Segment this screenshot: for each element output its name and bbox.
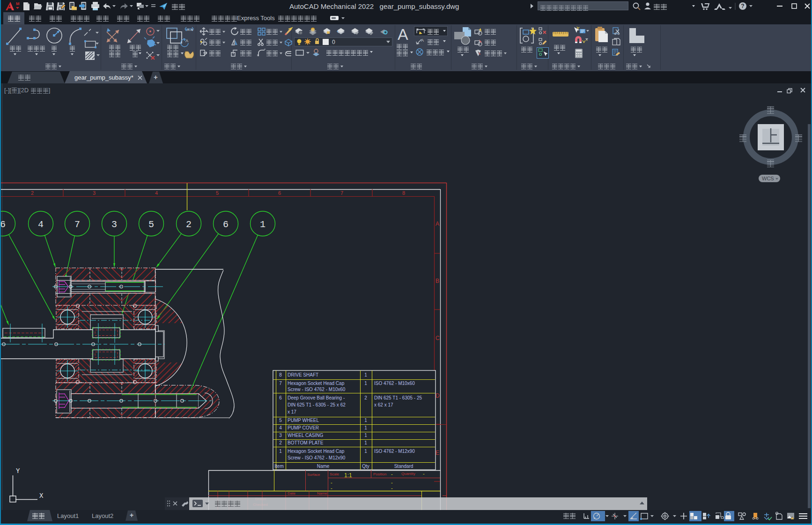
svg-text:7: 7 — [279, 381, 282, 386]
svg-text:Qty: Qty — [362, 464, 369, 469]
svg-text:2: 2 — [31, 190, 34, 196]
svg-text:5: 5 — [216, 190, 219, 196]
svg-text:Deep Groove Ball Bearing -: Deep Groove Ball Bearing - — [288, 395, 345, 400]
svg-text:3: 3 — [111, 219, 117, 230]
svg-text:Name: Name — [317, 464, 330, 469]
svg-text:Item: Item — [274, 464, 283, 469]
svg-text:E: E — [436, 450, 439, 456]
svg-text:4: 4 — [155, 190, 158, 196]
svg-text:Hexagon Socket Head Cap: Hexagon Socket Head Cap — [288, 381, 345, 386]
svg-text:-: - — [391, 480, 393, 485]
svg-text:Date: Date — [288, 491, 295, 495]
svg-text:4: 4 — [279, 425, 282, 430]
svg-text:ISO 4762 - M12x90: ISO 4762 - M12x90 — [374, 449, 415, 454]
svg-text:C: C — [436, 335, 440, 341]
svg-text:0: 0 — [332, 39, 335, 45]
svg-text:6: 6 — [279, 395, 282, 400]
svg-text:DRIVE SHAFT: DRIVE SHAFT — [288, 372, 318, 377]
svg-text:ISO 4762 - M10x60: ISO 4762 - M10x60 — [374, 381, 415, 386]
svg-text:1: 1 — [364, 433, 367, 438]
svg-text:Screw - ISO 4762 - M12x90: Screw - ISO 4762 - M12x90 — [288, 455, 346, 460]
svg-text:?: ? — [741, 3, 744, 9]
svg-text:DIN 625 T1 - 6305 - 25: DIN 625 T1 - 6305 - 25 — [374, 395, 422, 400]
svg-text:X: X — [39, 492, 44, 500]
svg-text:2: 2 — [186, 219, 192, 230]
svg-text:8: 8 — [279, 372, 282, 377]
svg-text:Name: Name — [317, 491, 327, 495]
svg-text:5: 5 — [279, 418, 282, 423]
svg-text:7: 7 — [340, 190, 343, 196]
svg-text:4: 4 — [38, 219, 44, 230]
svg-text:6: 6 — [278, 190, 281, 196]
svg-text:2: 2 — [364, 395, 367, 400]
svg-text:3: 3 — [279, 433, 282, 438]
svg-text:1:1: 1:1 — [344, 472, 352, 479]
svg-text:A: A — [436, 221, 439, 227]
svg-text:Screw - ISO 4762 - M10x60: Screw - ISO 4762 - M10x60 — [288, 387, 346, 392]
svg-text:3: 3 — [93, 190, 96, 196]
svg-text:D: D — [436, 392, 440, 399]
svg-text:6: 6 — [223, 219, 229, 230]
svg-text:-: - — [331, 485, 332, 491]
svg-text:A-A: A-A — [187, 28, 193, 32]
svg-text:1: 1 — [260, 219, 266, 230]
svg-text:PUMP WHEEL: PUMP WHEEL — [288, 418, 319, 423]
svg-text:PUMP COVER: PUMP COVER — [288, 425, 319, 430]
svg-text:-: - — [391, 485, 393, 491]
svg-text:B: B — [436, 278, 439, 284]
svg-text:1: 1 — [364, 425, 367, 430]
svg-text:A: A — [185, 38, 188, 43]
svg-text:Standard: Standard — [394, 464, 413, 469]
svg-text:1: 1 — [364, 449, 367, 454]
svg-text:-: - — [423, 471, 425, 476]
svg-text:x 62 x 17: x 62 x 17 — [374, 402, 393, 407]
svg-text:Position: Position — [373, 472, 386, 476]
svg-text:7: 7 — [74, 219, 80, 230]
svg-text:8: 8 — [402, 190, 405, 196]
svg-text:A: A — [421, 38, 424, 43]
svg-text:1: 1 — [364, 440, 367, 445]
svg-text:Scale: Scale — [330, 472, 340, 476]
svg-text:1: 1 — [364, 372, 367, 377]
svg-text:1: 1 — [279, 449, 282, 454]
svg-text:1: 1 — [364, 418, 367, 423]
svg-text:Y: Y — [16, 467, 20, 475]
svg-text:-: - — [391, 471, 393, 477]
svg-text:x 17: x 17 — [288, 409, 296, 414]
svg-text:BOTTOM PLATE: BOTTOM PLATE — [288, 440, 324, 445]
svg-text:Surface: Surface — [307, 473, 320, 477]
svg-text:5: 5 — [148, 219, 154, 230]
svg-text:Hexagon Socket Head Cap: Hexagon Socket Head Cap — [288, 449, 345, 454]
svg-text:WHEEL CASING: WHEEL CASING — [288, 433, 324, 438]
svg-text:Quantity: Quantity — [401, 472, 415, 476]
svg-text:DIN 625 T1 - 6305 - 25 x 62: DIN 625 T1 - 6305 - 25 x 62 — [288, 402, 346, 407]
svg-text:M: M — [16, 1, 20, 6]
svg-text:-: - — [331, 480, 332, 485]
svg-text:2: 2 — [279, 440, 282, 445]
svg-text:1: 1 — [364, 381, 367, 386]
